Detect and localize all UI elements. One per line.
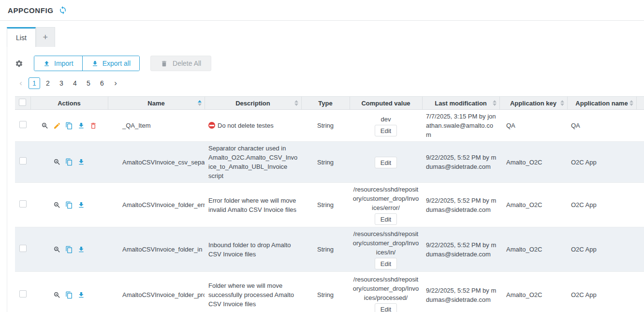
duplicate-icon[interactable] bbox=[65, 246, 73, 253]
add-tab-icon: + bbox=[43, 32, 48, 43]
duplicate-icon[interactable] bbox=[65, 291, 73, 299]
table-row: AmaltoCSVInvoice_folder_proces... Folder… bbox=[15, 272, 644, 312]
config-description: Folder where we will move successfully p… bbox=[205, 272, 301, 312]
edit-value-button[interactable]: Edit bbox=[375, 157, 397, 168]
column-header-last-modification[interactable]: Last modification bbox=[422, 97, 499, 110]
computed-value: /resources/sshd/repository/customer_drop… bbox=[352, 185, 419, 212]
edit-value-button[interactable]: Edit bbox=[375, 125, 397, 136]
row-checkbox[interactable] bbox=[19, 290, 27, 297]
row-checkbox[interactable] bbox=[19, 200, 27, 208]
edit-value-button[interactable]: Edit bbox=[375, 303, 397, 312]
application-key: QA bbox=[499, 110, 567, 142]
zoom-view-icon[interactable] bbox=[53, 246, 61, 253]
tab-add[interactable]: + bbox=[36, 27, 55, 47]
download-icon[interactable] bbox=[77, 122, 85, 130]
tab-list[interactable]: List bbox=[7, 27, 36, 47]
import-button-label: Import bbox=[54, 59, 73, 67]
column-header-application-name[interactable]: Application name bbox=[567, 97, 636, 110]
sort-icon-application-name[interactable] bbox=[629, 100, 633, 106]
config-type: String bbox=[301, 183, 350, 227]
duplicate-icon[interactable] bbox=[65, 201, 73, 209]
tab-bar: List + bbox=[7, 27, 644, 47]
config-type: String bbox=[301, 142, 350, 183]
sort-icon-description[interactable] bbox=[294, 100, 298, 106]
zoom-view-icon[interactable] bbox=[53, 158, 61, 166]
last-modification: 7/7/2025, 3:15 PM by jonathan.swale@amal… bbox=[422, 110, 499, 142]
zoom-view-icon[interactable] bbox=[53, 291, 61, 299]
config-name: AmaltoCSVInvoice_folder_in bbox=[108, 227, 205, 272]
computed-value-cell: /resources/sshd/repository/customer_drop… bbox=[350, 183, 422, 227]
application-name: O2C App bbox=[567, 142, 636, 183]
table-header-row: Actions Name Description Type Computed v… bbox=[15, 97, 644, 110]
row-checkbox[interactable] bbox=[19, 157, 27, 164]
edit-value-button[interactable]: Edit bbox=[375, 258, 397, 269]
column-header-application-key[interactable]: Application key bbox=[499, 97, 567, 110]
table-row: _QA_Item Do not delete testes String dev… bbox=[15, 110, 644, 142]
download-icon[interactable] bbox=[77, 158, 85, 166]
pagination-page-4[interactable]: 4 bbox=[69, 77, 81, 89]
pagination-page-1[interactable]: 1 bbox=[29, 77, 40, 89]
config-type: String bbox=[301, 272, 350, 312]
config-name: AmaltoCSVInvoice_csv_separator bbox=[108, 142, 205, 183]
column-header-description[interactable]: Description bbox=[205, 97, 301, 110]
computed-value-cell: Edit bbox=[350, 142, 422, 183]
pagination-next[interactable]: › bbox=[110, 77, 121, 89]
sort-icon-name[interactable] bbox=[198, 100, 202, 106]
last-modification: 9/22/2025, 5:52 PM by mdumas@sidetrade.c… bbox=[422, 272, 499, 312]
upload-icon bbox=[43, 60, 50, 67]
application-name: O2C App bbox=[567, 272, 636, 312]
import-button[interactable]: Import bbox=[34, 56, 82, 71]
column-header-actions: Actions bbox=[30, 97, 108, 110]
tab-list-label: List bbox=[16, 34, 27, 42]
computed-value: /resources/sshd/repository/customer_drop… bbox=[352, 275, 419, 302]
computed-value: /resources/sshd/repository/customer_drop… bbox=[352, 229, 419, 257]
download-icon[interactable] bbox=[77, 201, 85, 209]
gear-icon[interactable] bbox=[15, 59, 23, 68]
row-checkbox[interactable] bbox=[19, 245, 27, 252]
table-row: AmaltoCSVInvoice_csv_separator Separator… bbox=[15, 142, 644, 183]
download-icon[interactable] bbox=[77, 291, 85, 299]
table-row: AmaltoCSVInvoice_folder_error Error fold… bbox=[15, 183, 644, 227]
trash-icon bbox=[161, 60, 168, 67]
application-key: Amalto_O2C bbox=[499, 183, 567, 227]
row-checkbox[interactable] bbox=[19, 121, 27, 128]
application-name: QA bbox=[567, 110, 636, 142]
application-name: O2C App bbox=[567, 183, 636, 227]
edit-value-button[interactable]: Edit bbox=[375, 213, 397, 225]
pagination-page-5[interactable]: 5 bbox=[83, 77, 94, 89]
sort-icon-last-modification[interactable] bbox=[493, 100, 497, 106]
download-icon[interactable] bbox=[77, 246, 85, 253]
export-all-button[interactable]: Export all bbox=[82, 56, 139, 71]
zoom-view-icon[interactable] bbox=[41, 122, 49, 130]
config-description: Separator character used in Amalto_O2C.A… bbox=[205, 142, 301, 183]
no-entry-icon bbox=[208, 122, 215, 129]
column-header-overflow bbox=[636, 97, 644, 110]
zoom-view-icon[interactable] bbox=[53, 201, 61, 209]
delete-all-button-label: Delete All bbox=[173, 59, 201, 67]
pagination-page-3[interactable]: 3 bbox=[56, 77, 67, 89]
application-key: Amalto_O2C bbox=[499, 227, 567, 272]
table-row: AmaltoCSVInvoice_folder_in Inbound folde… bbox=[15, 227, 644, 272]
refresh-icon[interactable] bbox=[59, 6, 67, 15]
delete-icon[interactable] bbox=[89, 122, 97, 130]
pagination-page-6[interactable]: 6 bbox=[96, 77, 108, 89]
download-icon bbox=[91, 60, 99, 67]
appconfig-table: Actions Name Description Type Computed v… bbox=[15, 96, 644, 312]
delete-all-button[interactable]: Delete All bbox=[150, 56, 211, 71]
computed-value: dev bbox=[352, 115, 419, 124]
duplicate-icon[interactable] bbox=[65, 122, 73, 130]
sort-icon-application-key[interactable] bbox=[560, 100, 564, 106]
edit-pencil-icon[interactable] bbox=[53, 122, 61, 130]
config-description: Inbound folder to drop Amalto CSV Invoic… bbox=[205, 227, 301, 272]
duplicate-icon[interactable] bbox=[65, 158, 73, 166]
config-description: Error folder where we will move invalid … bbox=[205, 183, 301, 227]
pagination-page-2[interactable]: 2 bbox=[42, 77, 54, 89]
pagination-prev[interactable]: ‹ bbox=[15, 77, 27, 89]
computed-value-cell: /resources/sshd/repository/customer_drop… bbox=[350, 272, 422, 312]
select-all-checkbox[interactable] bbox=[19, 99, 26, 106]
application-key: Amalto_O2C bbox=[499, 272, 567, 312]
last-modification: 9/22/2025, 5:52 PM by mdumas@sidetrade.c… bbox=[422, 183, 499, 227]
application-key: Amalto_O2C bbox=[499, 142, 567, 183]
column-header-name[interactable]: Name bbox=[108, 97, 205, 110]
config-type: String bbox=[301, 227, 350, 272]
